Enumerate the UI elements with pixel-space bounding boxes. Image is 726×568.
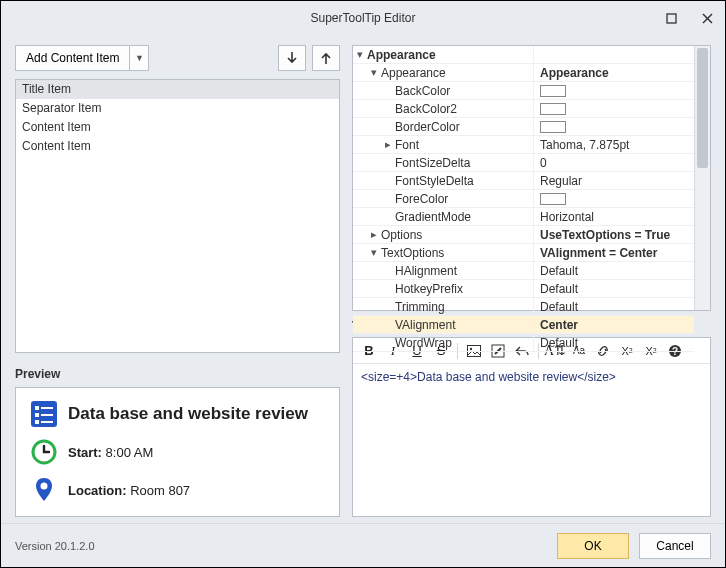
property-value[interactable]: Default — [533, 334, 694, 351]
scrollbar-thumb[interactable] — [697, 48, 708, 168]
svg-rect-9 — [41, 421, 53, 423]
svg-rect-0 — [667, 14, 676, 23]
expand-toggle[interactable]: ▾ — [367, 66, 381, 79]
list-item[interactable]: Content Item — [16, 118, 339, 137]
close-button[interactable] — [689, 1, 725, 35]
property-value[interactable]: 0 — [533, 154, 694, 171]
property-name: Trimming — [395, 300, 533, 314]
property-value[interactable]: Default — [533, 280, 694, 297]
cancel-button[interactable]: Cancel — [639, 533, 711, 559]
svg-rect-8 — [35, 420, 39, 424]
preview-panel: Data base and website review Start: 8:00… — [15, 387, 340, 517]
expand-toggle[interactable]: ▾ — [353, 48, 367, 61]
ok-button[interactable]: OK — [557, 533, 629, 559]
property-name: BackColor — [395, 84, 533, 98]
add-content-item-button[interactable]: Add Content Item ▼ — [15, 45, 149, 71]
property-name: VAlignment — [395, 318, 533, 332]
move-up-button[interactable] — [312, 45, 340, 71]
scrollbar[interactable] — [694, 46, 710, 310]
property-value[interactable] — [533, 100, 694, 117]
property-value[interactable] — [533, 190, 694, 207]
property-row[interactable]: FontStyleDeltaRegular — [353, 172, 694, 190]
dropdown-arrow-icon[interactable]: ▼ — [130, 46, 148, 70]
svg-rect-4 — [35, 406, 39, 410]
list-item[interactable]: Title Item — [16, 80, 339, 99]
color-swatch[interactable] — [540, 103, 566, 115]
preview-start: Start: 8:00 AM — [68, 445, 153, 460]
svg-rect-7 — [41, 414, 53, 416]
property-value[interactable]: Horizontal — [533, 208, 694, 225]
property-row[interactable]: FontSizeDelta0 — [353, 154, 694, 172]
property-value[interactable]: Center — [533, 316, 694, 333]
property-value[interactable]: Appearance — [533, 64, 694, 81]
expand-toggle[interactable]: ▸ — [381, 138, 395, 151]
property-name: Font — [395, 138, 533, 152]
property-name: BorderColor — [395, 120, 533, 134]
property-grid[interactable]: ▾Appearance▾AppearanceAppearanceBackColo… — [352, 45, 711, 311]
property-value[interactable]: Tahoma, 7.875pt — [533, 136, 694, 153]
preview-title: Data base and website review — [68, 404, 308, 424]
property-row[interactable]: BorderColor — [353, 118, 694, 136]
property-row[interactable]: ForeColor — [353, 190, 694, 208]
list-item[interactable]: Content Item — [16, 137, 339, 156]
property-name: GradientMode — [395, 210, 533, 224]
property-row[interactable]: ▾AppearanceAppearance — [353, 64, 694, 82]
expand-toggle[interactable]: ▸ — [367, 228, 381, 241]
property-row[interactable]: ▸OptionsUseTextOptions = True — [353, 226, 694, 244]
list-item[interactable]: Separator Item — [16, 99, 339, 118]
property-row[interactable]: TrimmingDefault — [353, 298, 694, 316]
property-row[interactable]: ▾TextOptionsVAlignment = Center — [353, 244, 694, 262]
svg-rect-6 — [35, 413, 39, 417]
property-name: BackColor2 — [395, 102, 533, 116]
property-row[interactable]: BackColor2 — [353, 100, 694, 118]
property-name: WordWrap — [395, 336, 533, 350]
version-label: Version 20.1.2.0 — [15, 540, 95, 552]
text-editor: B I U S A⇅ Aa X2 X2 ? <size=+4>Data b — [352, 337, 711, 517]
text-input[interactable]: <size=+4>Data base and website review</s… — [353, 364, 710, 516]
property-row[interactable]: ▸FontTahoma, 7.875pt — [353, 136, 694, 154]
window-title: SuperToolTip Editor — [311, 11, 416, 25]
property-value[interactable]: Regular — [533, 172, 694, 189]
property-row[interactable]: HotkeyPrefixDefault — [353, 280, 694, 298]
property-name: FontSizeDelta — [395, 156, 533, 170]
svg-rect-5 — [41, 407, 53, 409]
property-row[interactable]: HAlignmentDefault — [353, 262, 694, 280]
property-value[interactable] — [533, 82, 694, 99]
content-items-list[interactable]: Title ItemSeparator ItemContent ItemCont… — [15, 79, 340, 353]
clock-icon — [30, 438, 58, 466]
list-icon — [30, 400, 58, 428]
property-value[interactable]: Default — [533, 298, 694, 315]
svg-point-11 — [41, 483, 48, 490]
property-row[interactable]: WordWrapDefault — [353, 334, 694, 352]
location-icon — [30, 476, 58, 504]
property-name: Appearance — [367, 48, 533, 62]
property-name: HAlignment — [395, 264, 533, 278]
color-swatch[interactable] — [540, 121, 566, 133]
property-name: FontStyleDelta — [395, 174, 533, 188]
property-name: HotkeyPrefix — [395, 282, 533, 296]
property-value[interactable]: UseTextOptions = True — [533, 226, 694, 243]
property-value[interactable] — [533, 46, 694, 63]
titlebar: SuperToolTip Editor — [1, 1, 725, 35]
property-name: ForeColor — [395, 192, 533, 206]
color-swatch[interactable] — [540, 193, 566, 205]
color-swatch[interactable] — [540, 85, 566, 97]
maximize-button[interactable] — [653, 1, 689, 35]
preview-label: Preview — [15, 367, 340, 381]
property-row[interactable]: GradientModeHorizontal — [353, 208, 694, 226]
expand-toggle[interactable]: ▾ — [367, 246, 381, 259]
property-value[interactable] — [533, 118, 694, 135]
move-down-button[interactable] — [278, 45, 306, 71]
property-value[interactable]: VAlignment = Center — [533, 244, 694, 261]
property-row[interactable]: VAlignmentCenter — [353, 316, 694, 334]
property-name: Options — [381, 228, 533, 242]
property-name: TextOptions — [381, 246, 533, 260]
property-row[interactable]: BackColor — [353, 82, 694, 100]
preview-location: Location: Room 807 — [68, 483, 190, 498]
property-value[interactable]: Default — [533, 262, 694, 279]
property-row[interactable]: ▾Appearance — [353, 46, 694, 64]
property-name: Appearance — [381, 66, 533, 80]
